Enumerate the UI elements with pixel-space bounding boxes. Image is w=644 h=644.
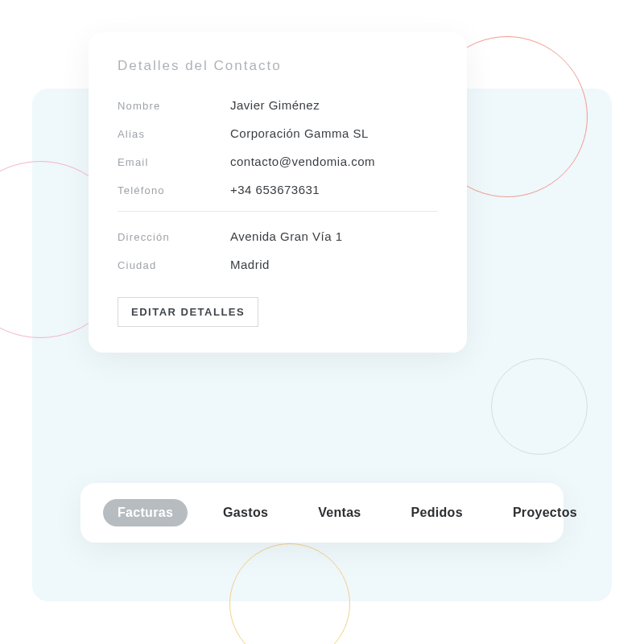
detail-value: Corporación Gamma SL <box>230 126 369 140</box>
detail-label: Nombre <box>118 100 230 112</box>
detail-value: Avenida Gran Vía 1 <box>230 229 343 243</box>
detail-label: Email <box>118 156 230 168</box>
tabs-card: Facturas Gastos Ventas Pedidos Proyectos <box>80 483 564 543</box>
detail-value: Javier Giménez <box>230 98 320 112</box>
detail-label: Dirección <box>118 231 230 243</box>
detail-row-phone: Teléfono +34 653673631 <box>118 183 438 196</box>
detail-row-alias: Alias Corporación Gamma SL <box>118 126 438 140</box>
detail-label: Alias <box>118 128 230 140</box>
detail-row-address: Dirección Avenida Gran Vía 1 <box>118 229 438 243</box>
detail-label: Ciudad <box>118 259 230 271</box>
card-title: Detalles del Contacto <box>118 58 438 74</box>
detail-row-city: Ciudad Madrid <box>118 258 438 271</box>
tab-gastos[interactable]: Gastos <box>208 499 283 526</box>
decorative-circle <box>491 358 588 455</box>
tab-pedidos[interactable]: Pedidos <box>397 499 477 526</box>
detail-value: contacto@vendomia.com <box>230 155 375 168</box>
tab-proyectos[interactable]: Proyectos <box>498 499 592 526</box>
tab-facturas[interactable]: Facturas <box>103 499 188 526</box>
divider <box>118 211 438 212</box>
detail-row-name: Nombre Javier Giménez <box>118 98 438 112</box>
detail-label: Teléfono <box>118 184 230 196</box>
detail-value: Madrid <box>230 258 270 271</box>
contact-details-card: Detalles del Contacto Nombre Javier Gimé… <box>89 32 467 353</box>
detail-row-email: Email contacto@vendomia.com <box>118 155 438 168</box>
detail-value: +34 653673631 <box>230 183 320 196</box>
edit-details-button[interactable]: EDITAR DETALLES <box>118 297 258 327</box>
tab-ventas[interactable]: Ventas <box>303 499 375 526</box>
